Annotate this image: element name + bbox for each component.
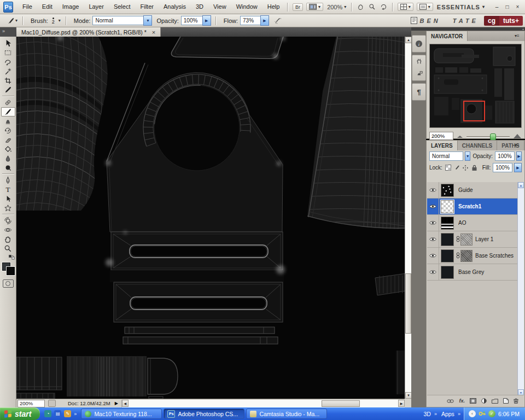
visibility-toggle[interactable] [427, 215, 439, 231]
scroll-up-arrow[interactable]: ▲ [518, 182, 524, 188]
link-layers-button[interactable] [447, 399, 454, 403]
navigator-zoom-input[interactable]: 200% [429, 132, 453, 140]
document-close-icon[interactable]: × [152, 29, 155, 36]
flow-input[interactable]: 73% [240, 16, 261, 25]
visibility-toggle[interactable] [427, 231, 439, 247]
opacity-slider-arrow[interactable]: ▶ [202, 15, 211, 26]
tool-history-brush[interactable] [1, 126, 15, 135]
clock[interactable]: 6:06 PM [498, 411, 520, 417]
scroll-right-arrow[interactable]: ▶ [398, 400, 405, 407]
tool-dodge[interactable] [1, 163, 15, 172]
tool-custom-shape[interactable] [1, 203, 15, 213]
menu-file[interactable]: File [18, 0, 37, 14]
zoom-level-dropdown[interactable]: 200% ▾ [325, 4, 348, 10]
swap-colors-icon[interactable] [9, 255, 15, 260]
tool-rectangular-marquee[interactable] [1, 48, 15, 57]
workspace-switcher[interactable]: ESSENTIALS ▾ [435, 4, 487, 10]
tool-brush[interactable] [1, 107, 15, 116]
navigator-tab[interactable]: NAVIGATOR [427, 31, 468, 41]
zoom-in-icon[interactable] [513, 133, 522, 139]
layer-opacity-arrow[interactable]: ▶ [516, 151, 522, 161]
paragraph-panel-button[interactable]: ¶ [412, 83, 426, 101]
blend-mode-dropdown-arrow[interactable]: ▼ [143, 15, 152, 26]
tool-eraser[interactable] [1, 135, 15, 144]
menu-window[interactable]: Window [231, 0, 262, 14]
panel-group-button[interactable] [412, 55, 426, 81]
opacity-input[interactable]: 100% [181, 16, 203, 25]
menu-layer[interactable]: Layer [84, 0, 109, 14]
blend-mode-select[interactable]: Normal [92, 16, 144, 25]
zoom-out-icon[interactable] [457, 134, 463, 138]
layer-name[interactable]: Base Grey [458, 269, 484, 275]
layer-list-scrollbar[interactable]: ▲ ▼ [517, 182, 524, 395]
toggle-panel-button[interactable] [408, 16, 420, 25]
tool-lasso[interactable] [1, 57, 15, 67]
menu-help[interactable]: Help [262, 0, 285, 14]
lock-position-button[interactable] [462, 164, 469, 171]
layer-fill-arrow[interactable]: ▶ [514, 163, 522, 172]
tool-clone-stamp[interactable] [1, 116, 15, 126]
layer-opacity-input[interactable]: 100% [495, 151, 515, 161]
menu-filter[interactable]: Filter [135, 0, 158, 14]
layer-thumbnail[interactable] [441, 266, 454, 279]
airbrush-toggle[interactable] [271, 17, 284, 25]
layer-blend-mode-select[interactable]: Normal [429, 151, 463, 161]
tool-blur[interactable] [1, 154, 15, 163]
menu-edit[interactable]: Edit [37, 0, 57, 14]
taskbar-toolbar-3d[interactable]: 3D» [423, 411, 436, 417]
panel-menu-icon[interactable]: ▾≡ [515, 33, 522, 39]
panel-menu-icon[interactable]: ▾≡ [515, 143, 522, 148]
menu-image[interactable]: Image [57, 0, 84, 14]
layer-name[interactable]: Guide [458, 187, 473, 193]
add-mask-button[interactable] [470, 398, 476, 404]
new-group-button[interactable] [492, 399, 498, 404]
task-button-photoshop[interactable]: Ps Adobe Photoshop CS... [164, 409, 244, 419]
tool-eyedropper[interactable] [1, 85, 15, 95]
camtasia-tray-icon[interactable]: ‹ [469, 410, 476, 417]
security-shield-tray-icon[interactable]: ✓ [488, 410, 495, 417]
toolbox-collapse-button[interactable]: » [0, 27, 16, 37]
layer-name[interactable]: Scratch1 [458, 203, 481, 209]
quick-launch-icon-1[interactable]: ◔ [44, 410, 51, 417]
hand-tool-button[interactable] [355, 3, 366, 10]
layer-name[interactable]: Base Scratches [475, 253, 514, 259]
quick-launch-overflow-chevron[interactable]: » [74, 411, 77, 417]
mask-link-icon[interactable] [456, 236, 460, 243]
menu-3d[interactable]: 3D [191, 0, 208, 14]
visibility-toggle[interactable] [427, 248, 439, 264]
navigator-zoom-slider[interactable] [466, 133, 510, 139]
quick-mask-button[interactable] [3, 279, 14, 288]
restore-button[interactable]: □ [503, 4, 511, 10]
lock-pixels-button[interactable] [453, 164, 460, 171]
view-extras-button[interactable]: ▾ [398, 3, 413, 11]
taskbar-toolbar-apps[interactable]: Apps» [441, 411, 460, 417]
layer-fill-input[interactable]: 100% [493, 163, 512, 172]
layer-thumbnail[interactable] [441, 249, 454, 262]
scroll-left-arrow[interactable]: ◀ [122, 400, 129, 407]
brush-picker-arrow[interactable]: ▾ [59, 18, 61, 23]
tool-paint-bucket[interactable] [1, 144, 15, 154]
tool-hand[interactable] [1, 235, 15, 244]
visibility-toggle[interactable] [427, 199, 439, 214]
canvas-area[interactable] [16, 37, 405, 399]
horizontal-scrollbar[interactable]: ◀ ▶ [121, 400, 405, 407]
screen-mode-button[interactable]: ▾ [417, 3, 433, 11]
menu-analysis[interactable]: Analysis [159, 0, 191, 14]
blend-dropdown-arrow[interactable]: ▼ [465, 151, 470, 161]
close-button[interactable]: × [514, 4, 522, 10]
mask-link-icon[interactable] [456, 252, 460, 260]
start-button[interactable]: start [0, 407, 40, 420]
rotate-view-button[interactable] [378, 3, 389, 10]
layer-name[interactable]: AO [458, 220, 466, 226]
task-button-camtasia-studio[interactable]: Camtasia Studio - Ma... [246, 409, 327, 419]
lock-transparency-button[interactable] [445, 164, 451, 171]
layer-row-base-scratches[interactable]: Base Scratches [427, 248, 518, 264]
delete-layer-button[interactable] [514, 398, 518, 404]
layer-row-guide[interactable]: Guide [427, 182, 518, 199]
layer-row-layer1[interactable]: Layer 1 [427, 231, 518, 248]
flow-slider-arrow[interactable]: ▶ [260, 15, 269, 26]
task-button-camtasia-recorder[interactable]: Mac10 Texturing 118... [81, 409, 162, 419]
layer-row-base-grey[interactable]: Base Grey [427, 264, 518, 281]
vertical-scroll-thumb[interactable] [405, 273, 411, 334]
status-zoom-input[interactable]: 200% [18, 400, 45, 407]
